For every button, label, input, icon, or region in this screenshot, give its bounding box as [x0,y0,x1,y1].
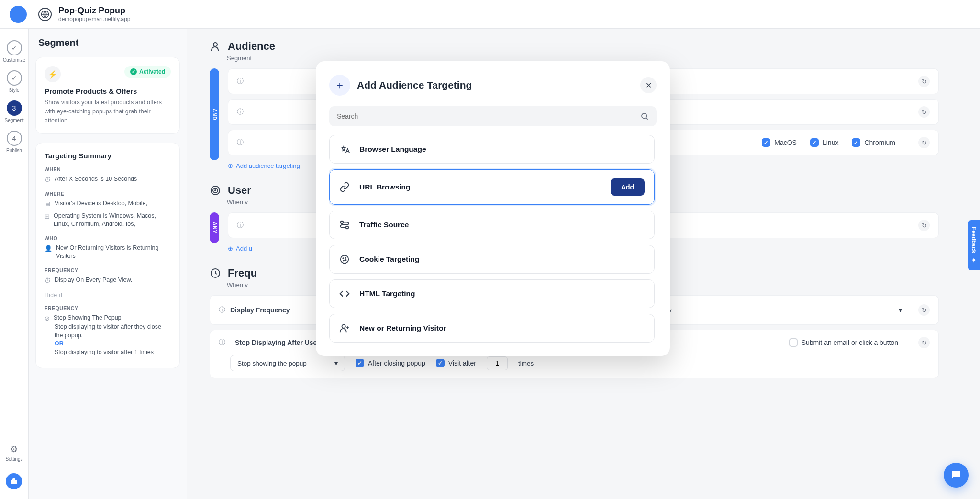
os-checkbox-linux[interactable]: ✓Linux [810,138,838,147]
summary-title: Targeting Summary [45,152,171,160]
clock-icon: ⏱ [45,277,51,285]
app-title: Pop-Quiz Popup [58,6,131,16]
summary-where-label: WHERE [45,191,171,197]
chevron-down-icon: ▾ [334,359,338,367]
info-icon[interactable]: ⓘ [237,221,244,230]
app-logo[interactable] [10,6,27,23]
reset-icon[interactable]: ↻ [918,106,930,118]
visit-after-checkbox[interactable]: ✓Visit after [436,359,476,367]
audience-title: Audience [228,40,275,53]
info-icon[interactable]: ⓘ [219,306,225,314]
rail-customize[interactable]: ✓ Customize [3,37,25,66]
summary-who-label: WHO [45,235,171,241]
summary-item: ⊞Operating System is Windows, Macos, Lin… [45,212,171,229]
app-subtitle: demopopupsmart.netlify.app [58,16,131,22]
summary-frequency-label: FREQUENCY [45,267,171,273]
summary-item: ⏱Display On Every Page View. [45,276,171,285]
modal-title: Add Audience Targeting [357,79,472,91]
reset-icon[interactable]: ↻ [918,337,930,348]
summary-item: ⏱After X Seconds is 10 Seconds [45,175,171,184]
info-icon[interactable]: ⓘ [237,108,244,116]
chat-widget[interactable] [944,463,969,488]
translate-icon [339,144,352,155]
audience-subtitle: Segment [227,55,939,62]
plus-icon: ⊕ [228,245,233,252]
frequency-title: Frequ [228,267,257,279]
os-checkbox-chromium[interactable]: ✓Chromium [852,138,895,147]
svg-point-2 [213,43,217,46]
info-icon[interactable]: ⓘ [237,138,244,147]
summary-hide-label: Hide if [45,292,171,299]
reset-icon[interactable]: ↻ [918,220,930,231]
feedback-icon: ✦ [970,257,977,264]
submit-email-checkbox[interactable]: Submit an email or click a button [789,338,898,347]
step-number-icon: 4 [7,131,22,146]
nav-rail: ✓ Customize ✓ Style 3 Segment 4 Publish … [0,29,29,499]
rail-segment[interactable]: 3 Segment [4,98,23,126]
display-frequency-label: Display Frequency [230,306,290,314]
after-closing-checkbox[interactable]: ✓After closing popup [356,359,425,367]
svg-rect-1 [11,480,18,484]
target-icon [210,185,221,196]
traffic-source-icon [339,220,352,230]
link-icon [339,182,352,192]
rail-style[interactable]: ✓ Style [7,67,22,96]
svg-point-14 [345,260,346,261]
promo-description: Show visitors your latest products and o… [45,98,171,125]
device-icon: 🖥 [45,200,51,209]
clock-icon: ⏱ [45,176,51,184]
option-url-browsing[interactable]: URL Browsing Add [329,169,655,205]
cookie-icon [339,254,352,265]
reset-icon[interactable]: ↻ [918,304,930,316]
add-audience-targeting-link[interactable]: ⊕Add audience targeting [228,162,300,169]
plus-icon: ＋ [329,75,350,96]
option-browser-language[interactable]: Browser Language [329,135,655,164]
info-icon[interactable]: ⓘ [237,77,244,86]
os-icon: ⊞ [45,212,50,221]
history-icon [210,267,221,279]
globe-icon [38,8,52,21]
svg-point-15 [342,325,345,328]
option-traffic-source[interactable]: Traffic Source [329,211,655,239]
plus-icon: ⊕ [228,162,233,169]
code-icon [339,288,352,299]
step-number-icon: 3 [7,100,22,116]
times-label: times [518,360,534,367]
reset-icon[interactable]: ↻ [918,76,930,87]
panel-heading: Segment [35,37,180,48]
chevron-down-icon: ▾ [899,306,902,314]
search-icon [640,112,649,121]
rail-settings[interactable]: ⚙ Settings [5,441,22,465]
visit-after-input[interactable] [487,356,508,370]
person-icon: 👤 [45,244,52,253]
promo-card: ⚡ Activated Promote Products & Offers Sh… [35,57,180,134]
toolbox-button[interactable] [6,473,22,489]
close-button[interactable]: ✕ [640,77,657,93]
summary-stop-item: ⊘Stop Showing The Popup: Stop displaying… [45,314,171,356]
svg-point-10 [341,255,349,264]
person-icon [210,41,221,52]
add-user-targeting-link[interactable]: ⊕Add u [228,245,252,252]
option-new-returning-visitor[interactable]: New or Returning Visitor [329,314,655,343]
check-icon: ✓ [7,40,22,55]
rail-publish[interactable]: 4 Publish [6,128,22,156]
svg-point-12 [345,257,346,258]
option-html-targeting[interactable]: HTML Targeting [329,279,655,308]
os-checkbox-macos[interactable]: ✓MacOS [762,138,797,147]
reset-icon[interactable]: ↻ [918,137,930,148]
stop-showing-select[interactable]: Stop showing the popup ▾ [230,355,345,371]
svg-point-8 [341,221,344,224]
summary-item: 👤New Or Returning Visitors is Returning … [45,244,171,261]
targeting-summary-card: Targeting Summary WHEN ⏱After X Seconds … [35,143,180,368]
user-behavior-title: User [228,184,251,197]
activated-badge: Activated [124,66,171,78]
app-title-block: Pop-Quiz Popup demopopupsmart.netlify.ap… [58,6,131,22]
option-cookie-targeting[interactable]: Cookie Targeting [329,245,655,274]
add-audience-targeting-modal: ＋ Add Audience Targeting ✕ Browser Langu… [316,61,670,356]
feedback-tab[interactable]: Feedback ✦ [968,220,980,270]
info-icon[interactable]: ⓘ [219,338,225,347]
add-button[interactable]: Add [611,178,645,196]
search-input[interactable] [329,106,657,126]
svg-point-7 [642,113,647,119]
top-bar: Pop-Quiz Popup demopopupsmart.netlify.ap… [0,0,980,29]
